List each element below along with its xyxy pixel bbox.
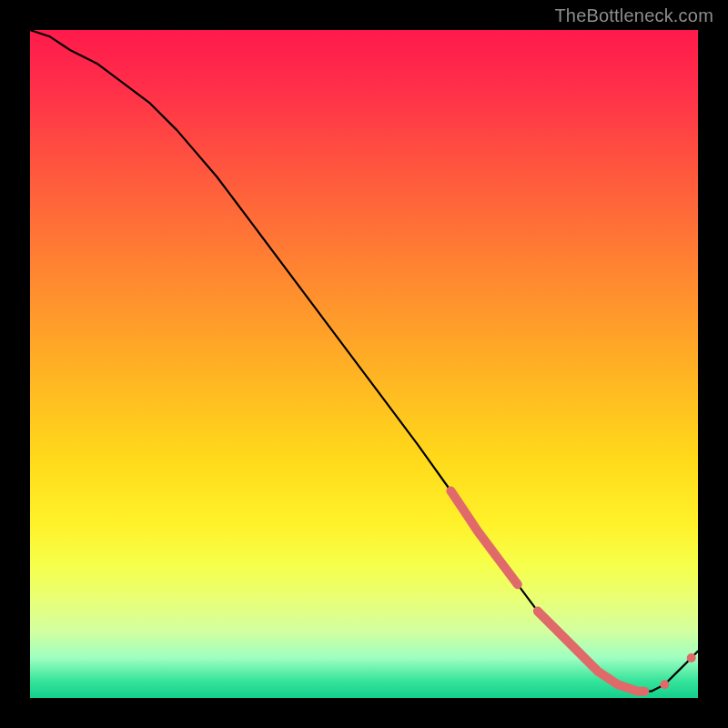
plot-svg xyxy=(30,30,698,698)
bottleneck-curve-path xyxy=(30,30,698,692)
highlight-segment-1 xyxy=(538,612,645,692)
highlight-dot-0 xyxy=(660,680,669,689)
plot-area xyxy=(30,30,698,698)
highlight-dot-1 xyxy=(687,653,696,662)
watermark-text: TheBottleneck.com xyxy=(554,5,713,26)
highlight-segment-0 xyxy=(450,491,517,585)
bottleneck-curve-group xyxy=(30,30,698,692)
chart-stage: TheBottleneck.com xyxy=(0,0,728,728)
